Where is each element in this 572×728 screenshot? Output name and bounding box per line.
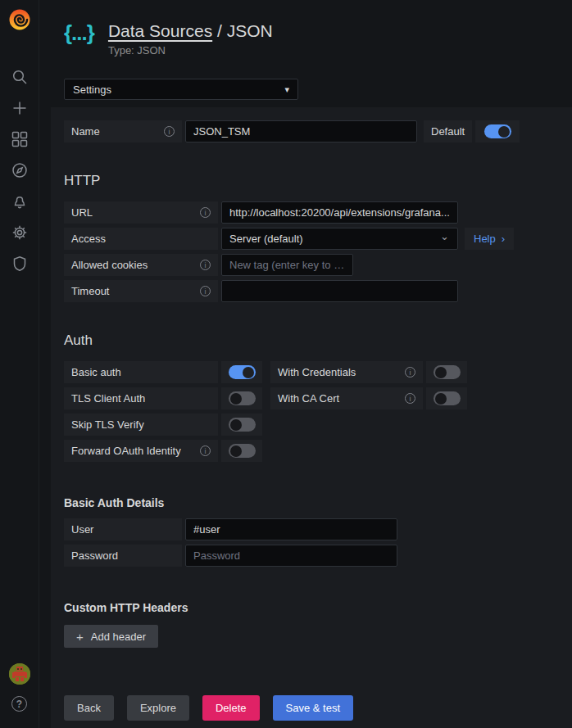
page-header: {...} Data Sources / JSON Type: JSON	[39, 0, 572, 57]
with-ca-cert-label: With CA Cert	[270, 387, 423, 409]
user-input[interactable]	[185, 518, 397, 540]
auth-row-3: Skip TLS Verify	[64, 414, 559, 436]
basic-auth-label: Basic auth	[64, 361, 218, 383]
http-section-title: HTTP	[64, 173, 559, 189]
tls-client-auth-label: TLS Client Auth	[64, 387, 218, 409]
back-button[interactable]: Back	[64, 695, 114, 721]
access-label: Access	[64, 228, 218, 250]
timeout-input[interactable]	[221, 280, 458, 302]
add-icon[interactable]	[11, 100, 28, 116]
server-admin-shield-icon[interactable]	[11, 255, 28, 272]
with-ca-cert-toggle[interactable]	[426, 387, 467, 409]
breadcrumb-separator: /	[212, 21, 227, 40]
user-label: User	[64, 518, 182, 540]
sidebar-bottom	[9, 663, 30, 728]
timeout-label: Timeout	[64, 280, 218, 302]
alerting-bell-icon[interactable]	[11, 193, 28, 210]
configuration-gear-icon[interactable]	[11, 224, 28, 241]
settings-tab-select-value: Settings	[73, 84, 111, 96]
tls-client-auth-toggle[interactable]	[221, 387, 262, 409]
breadcrumb: Data Sources / JSON	[108, 21, 273, 41]
grafana-logo-icon[interactable]	[7, 7, 33, 33]
sidebar-nav	[11, 69, 28, 272]
skip-tls-verify-label: Skip TLS Verify	[64, 414, 218, 436]
url-input[interactable]	[221, 201, 458, 224]
explore-button[interactable]: Explore	[127, 695, 189, 721]
auth-row-1: Basic auth With Credentials	[64, 361, 559, 383]
main-content: {...} Data Sources / JSON Type: JSON Set…	[39, 0, 572, 728]
plus-icon	[76, 630, 84, 644]
forward-oauth-toggle[interactable]	[221, 440, 262, 462]
settings-panel: Name Default HTTP URL Access	[51, 107, 572, 728]
url-label: URL	[64, 201, 218, 224]
name-info-icon[interactable]	[164, 126, 175, 137]
with-credentials-info-icon[interactable]	[405, 367, 415, 378]
allowed-cookies-row: Allowed cookies	[64, 254, 559, 276]
default-toggle[interactable]	[475, 120, 520, 142]
password-input[interactable]	[185, 545, 397, 567]
help-icon[interactable]	[11, 696, 27, 712]
with-ca-cert-info-icon[interactable]	[405, 393, 415, 404]
explore-compass-icon[interactable]	[11, 162, 28, 179]
basic-auth-toggle[interactable]	[221, 361, 262, 383]
json-datasource-icon: {...}	[64, 21, 94, 57]
custom-headers-title: Custom HTTP Headers	[64, 601, 559, 614]
breadcrumb-data-sources-link[interactable]: Data Sources	[108, 21, 212, 40]
allowed-cookies-label: Allowed cookies	[64, 254, 218, 276]
access-select-value: Server (default)	[229, 233, 303, 245]
action-buttons: Back Explore Delete Save & test	[64, 695, 559, 721]
basic-auth-details-title: Basic Auth Details	[64, 496, 559, 509]
with-credentials-label: With Credentials	[270, 361, 423, 383]
forward-oauth-info-icon[interactable]	[200, 445, 211, 456]
with-credentials-toggle[interactable]	[426, 361, 467, 383]
datasource-type-subtitle: Type: JSON	[108, 44, 273, 57]
name-label: Name	[64, 120, 182, 142]
settings-tab-select[interactable]: Settings	[64, 79, 298, 100]
delete-button[interactable]: Delete	[202, 695, 260, 721]
timeout-info-icon[interactable]	[200, 286, 211, 296]
add-header-button[interactable]: Add header	[64, 625, 158, 648]
default-label: Default	[424, 120, 472, 142]
access-select[interactable]: Server (default)	[221, 228, 458, 250]
password-label: Password	[64, 545, 182, 567]
auth-row-2: TLS Client Auth With CA Cert	[64, 387, 559, 409]
user-row: User	[64, 518, 559, 540]
forward-oauth-label: Forward OAuth Identity	[64, 440, 218, 462]
name-row: Name Default	[64, 120, 559, 142]
name-input[interactable]	[185, 120, 417, 142]
access-help-button[interactable]: Help	[465, 228, 514, 250]
save-and-test-button[interactable]: Save & test	[273, 695, 353, 721]
allowed-cookies-tag-input[interactable]	[221, 254, 353, 276]
auth-row-4: Forward OAuth Identity	[64, 440, 559, 462]
user-avatar[interactable]	[9, 663, 30, 685]
password-row: Password	[64, 545, 559, 567]
dashboards-icon[interactable]	[11, 131, 28, 147]
search-icon[interactable]	[11, 69, 28, 85]
url-row: URL	[64, 201, 559, 224]
auth-section-title: Auth	[64, 332, 559, 349]
breadcrumb-current: JSON	[227, 21, 273, 40]
access-row: Access Server (default) Help	[64, 228, 559, 250]
url-info-icon[interactable]	[200, 207, 211, 218]
skip-tls-verify-toggle[interactable]	[221, 414, 262, 436]
allowed-cookies-info-icon[interactable]	[200, 260, 211, 270]
timeout-row: Timeout	[64, 280, 559, 302]
sidebar	[0, 0, 39, 728]
